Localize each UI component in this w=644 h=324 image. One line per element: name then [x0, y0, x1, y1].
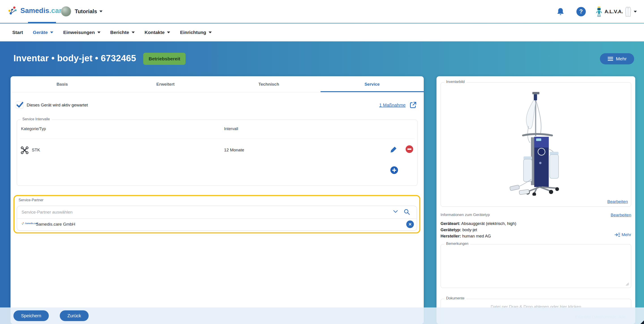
column-header-interval: Intervall: [224, 127, 238, 131]
user-avatar-robot: [596, 6, 602, 17]
field-geraeteart: Geräteart: Absauggerät (elektrisch, high…: [440, 221, 516, 226]
remove-interval-button[interactable]: [406, 145, 413, 153]
brand-active-indicator: [28, 22, 56, 23]
service-intervals-group: Service Intervalle Kategorie/Typ Interva…: [17, 120, 418, 186]
device-image: [498, 91, 574, 196]
plus-icon: [392, 168, 396, 172]
edit-device-type-link[interactable]: Bearbeiten: [611, 213, 631, 218]
tab-service[interactable]: Service: [320, 76, 424, 92]
device-info-card: Inventarbild: [436, 76, 635, 324]
inventory-image-legend: Inventarbild: [444, 80, 466, 84]
nav-einrichtung[interactable]: Einrichtung: [180, 30, 212, 35]
partner-logo-thumbnail: Samedis.care: [22, 222, 38, 225]
org-avatar: [61, 6, 71, 16]
maintained-checkbox[interactable]: [16, 101, 23, 109]
org-menu[interactable]: Tutorials: [61, 6, 102, 16]
read-more-icon: [614, 232, 620, 237]
device-detail-card: Basis Erweitert Technisch Service Dieses…: [10, 76, 424, 324]
top-bar: Samedis.care Tutorials ? A.L.V.A.: [0, 0, 644, 23]
add-interval-button[interactable]: [390, 166, 398, 174]
field-geraetetyp: Gerätetyp: body-jet: [440, 227, 477, 232]
service-intervals-legend: Service Intervalle: [20, 117, 52, 121]
tools-icon: [20, 146, 29, 155]
tab-erweitert[interactable]: Erweitert: [114, 76, 217, 92]
tab-basis[interactable]: Basis: [10, 76, 114, 92]
tab-technisch[interactable]: Technisch: [217, 76, 320, 92]
remarks-textarea[interactable]: [442, 247, 630, 285]
user-name: A.L.V.A.: [604, 9, 623, 14]
service-partner-input[interactable]: [22, 208, 375, 217]
inventory-image-group: Inventarbild: [440, 82, 631, 207]
more-button-label: Mehr: [616, 56, 627, 61]
documents-legend: Dokumente: [444, 296, 466, 300]
search-icon[interactable]: [404, 209, 410, 215]
edit-image-link[interactable]: Bearbeiten: [607, 199, 628, 204]
brand[interactable]: Samedis.care: [8, 5, 66, 16]
help-button[interactable]: ?: [576, 7, 586, 16]
lab-coat-icon: [625, 6, 632, 17]
mini-brand-icon: [22, 222, 24, 225]
device-type-info-header: Informationen zum Gerätetyp Bearbeiten: [440, 213, 631, 217]
service-partner-legend: Service-Partner: [18, 198, 44, 202]
remarks-group: Bemerkungen: [440, 244, 631, 288]
chevron-down-icon: [97, 31, 100, 33]
nav-start[interactable]: Start: [12, 30, 23, 35]
chevron-down-icon: [100, 10, 102, 12]
main-nav: Start Geräte Einweisungen Berichte Konta…: [0, 23, 644, 41]
remove-partner-button[interactable]: [406, 221, 414, 228]
more-button[interactable]: Mehr: [600, 53, 634, 64]
open-in-new-icon[interactable]: [409, 101, 417, 109]
org-menu-label: Tutorials: [75, 8, 97, 14]
interval-row-value: 12 Monate: [224, 148, 244, 152]
top-right-actions: ? A.L.V.A.: [556, 0, 637, 23]
hamburger-icon: [608, 56, 613, 61]
resize-handle-icon[interactable]: [626, 283, 629, 286]
brand-name: Samedis.care: [20, 7, 66, 15]
checkmark-icon: [16, 101, 24, 109]
device-type-more-label: Mehr: [622, 232, 631, 237]
remarks-legend: Bemerkungen: [444, 242, 470, 246]
nav-berichte[interactable]: Berichte: [110, 30, 135, 35]
device-type-info-title: Informationen zum Gerätetyp: [440, 213, 490, 217]
device-type-more-link[interactable]: Mehr: [614, 232, 631, 237]
notifications-bell-icon[interactable]: [556, 7, 565, 16]
maintained-row: Dieses Gerät wird aktiv gewartet: [16, 101, 88, 109]
selected-partner-name: Samedis.care GmbH: [36, 222, 75, 227]
nav-kontakte[interactable]: Kontakte: [144, 30, 170, 35]
chevron-down-icon: [208, 31, 212, 33]
field-hersteller: Hersteller: human med AG: [440, 234, 491, 239]
status-badge: Betriebsbereit: [143, 53, 186, 65]
save-button[interactable]: Speichern: [14, 310, 49, 321]
edit-pencil-icon[interactable]: [390, 146, 397, 153]
table-divider: [20, 139, 414, 139]
help-glyph: ?: [579, 8, 583, 15]
brand-logo-icon: [8, 5, 18, 16]
minus-icon: [408, 148, 412, 150]
chevron-down-icon: [50, 31, 53, 33]
page-title: Inventar • body-jet • 6732465: [14, 53, 136, 63]
maintained-label: Dieses Gerät wird aktiv gewartet: [27, 103, 88, 108]
close-icon: [408, 223, 412, 226]
interval-row-category: STK: [32, 148, 40, 152]
user-menu-caret-icon[interactable]: [634, 11, 637, 12]
column-header-category: Kategorie/Typ: [21, 127, 46, 131]
measures-link[interactable]: 1 Maßnahme: [379, 103, 406, 108]
service-partner-group: Service-Partner Samedis.care Samedis.car…: [14, 195, 420, 233]
chevron-down-icon[interactable]: [393, 210, 398, 213]
corner-grip: [640, 321, 644, 324]
nav-einweisungen[interactable]: Einweisungen: [63, 30, 100, 35]
service-partner-box: Samedis.care Samedis.care GmbH: [17, 206, 417, 231]
measures-wrap: 1 Maßnahme: [379, 101, 417, 109]
chevron-down-icon: [132, 31, 135, 33]
action-footer: Speichern Zurück: [0, 308, 644, 324]
nav-geraete[interactable]: Geräte: [33, 30, 54, 35]
tab-bar: Basis Erweitert Technisch Service: [10, 76, 424, 92]
back-button[interactable]: Zurück: [60, 310, 89, 321]
chevron-down-icon: [167, 31, 170, 33]
